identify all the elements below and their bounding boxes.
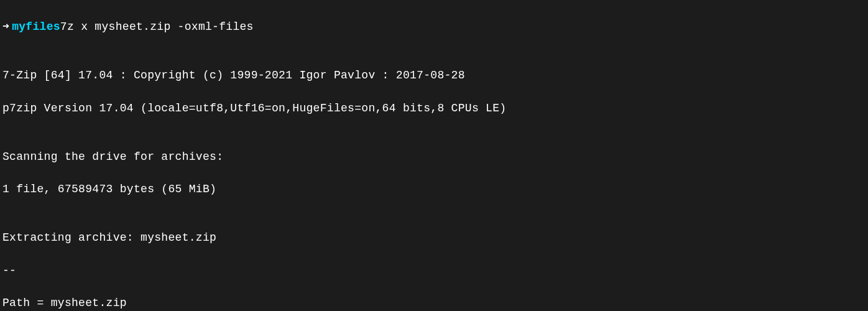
output-line: -- — [2, 262, 866, 279]
output-line: 7-Zip [64] 17.04 : Copyright (c) 1999-20… — [2, 67, 866, 83]
output-line: Path = mysheet.zip — [2, 295, 866, 311]
prompt-line: ➜ myfiles 7z x mysheet.zip -oxml-files — [2, 19, 866, 35]
output-line: Scanning the drive for archives: — [2, 149, 866, 165]
prompt-arrow-icon: ➜ — [2, 19, 9, 35]
command-text: 7z x mysheet.zip -oxml-files — [60, 19, 254, 35]
output-line: p7zip Version 17.04 (locale=utf8,Utf16=o… — [2, 100, 866, 116]
current-directory: myfiles — [12, 19, 60, 35]
terminal-output[interactable]: ➜ myfiles 7z x mysheet.zip -oxml-files 7… — [2, 2, 866, 311]
output-line: Extracting archive: mysheet.zip — [2, 230, 866, 246]
output-line: 1 file, 67589473 bytes (65 MiB) — [2, 181, 866, 197]
